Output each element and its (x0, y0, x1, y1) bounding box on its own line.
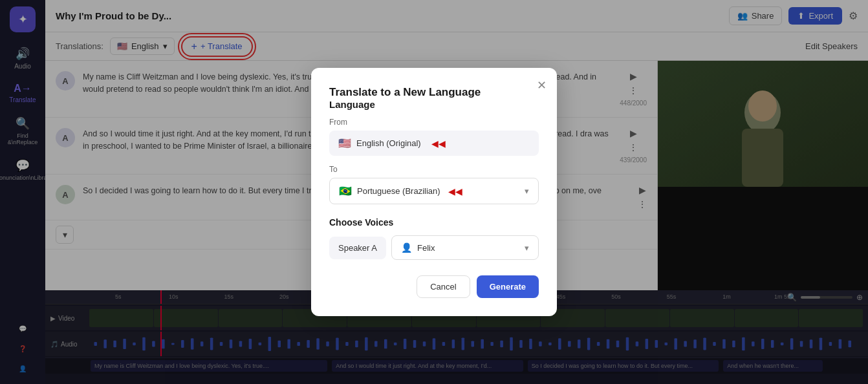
to-field[interactable]: 🇧🇷 Portuguese (Brazilian) ◀◀ ▾ (329, 178, 539, 204)
voices-section-label: Choose Voices (329, 217, 539, 228)
modal-footer: Cancel Generate (329, 275, 539, 298)
modal-overlay[interactable]: Translate to a New Language ✕ Language F… (0, 0, 868, 384)
to-arrow-icon: ◀◀ (448, 186, 462, 197)
translate-modal: Translate to a New Language ✕ Language F… (311, 68, 557, 316)
to-label: To (329, 165, 539, 174)
modal-close-button[interactable]: ✕ (537, 78, 547, 92)
cancel-button[interactable]: Cancel (417, 275, 470, 298)
chevron-down-icon: ▾ (525, 243, 529, 253)
speaker-tag: Speaker A (329, 237, 386, 259)
flag-from-icon: 🇺🇸 (338, 137, 351, 149)
modal-title: Translate to a New Language (329, 86, 481, 98)
from-value: English (Original) (356, 138, 421, 148)
to-value: Portuguese (Brazilian) (357, 186, 440, 196)
from-arrow-icon: ◀◀ (431, 138, 446, 149)
voice-name: Felix (417, 243, 435, 253)
voice-select[interactable]: 👤 Felix ▾ (391, 235, 539, 260)
from-label: From (329, 118, 539, 127)
modal-section-language: Language (329, 99, 539, 110)
flag-to-icon: 🇧🇷 (339, 185, 352, 197)
from-field: 🇺🇸 English (Original) ◀◀ (329, 131, 539, 156)
generate-button[interactable]: Generate (477, 275, 539, 298)
chevron-down-icon: ▾ (525, 186, 529, 196)
voices-row: Speaker A 👤 Felix ▾ (329, 235, 539, 260)
voice-avatar-icon: 👤 (401, 242, 412, 253)
